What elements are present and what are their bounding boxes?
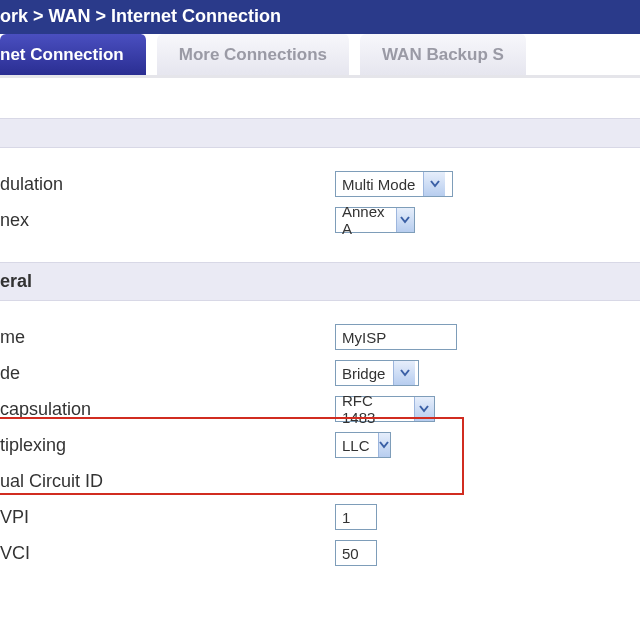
breadcrumb-p1: WAN bbox=[49, 6, 91, 27]
row-annex: nex Annex A bbox=[0, 202, 640, 238]
annex-select[interactable]: Annex A bbox=[335, 207, 415, 233]
breadcrumb-p0: ork bbox=[0, 6, 28, 27]
label-virtual-circuit: ual Circuit ID bbox=[0, 471, 335, 492]
label-name: me bbox=[0, 327, 335, 348]
name-input[interactable] bbox=[335, 324, 457, 350]
label-vci: VCI bbox=[0, 543, 335, 564]
form-area-1: dulation Multi Mode nex Annex A bbox=[0, 148, 640, 238]
mode-select[interactable]: Bridge bbox=[335, 360, 419, 386]
modulation-select[interactable]: Multi Mode bbox=[335, 171, 453, 197]
chevron-down-icon bbox=[414, 397, 435, 421]
tab-internet-connection[interactable]: net Connection bbox=[0, 34, 147, 75]
label-modulation: dulation bbox=[0, 174, 335, 195]
form-area-2: me de Bridge capsulation RFC 1483 bbox=[0, 301, 640, 571]
label-vpi: VPI bbox=[0, 507, 335, 528]
section-header-1 bbox=[0, 118, 640, 148]
tab-label: net Connection bbox=[0, 45, 124, 65]
row-vpi: VPI bbox=[0, 499, 640, 535]
annex-value: Annex A bbox=[336, 203, 396, 237]
label-mode: de bbox=[0, 363, 335, 384]
vci-input[interactable] bbox=[335, 540, 377, 566]
modulation-value: Multi Mode bbox=[336, 176, 423, 193]
encapsulation-select[interactable]: RFC 1483 bbox=[335, 396, 435, 422]
tab-bar: net Connection More Connections WAN Back… bbox=[0, 34, 640, 78]
row-multiplexing: tiplexing LLC bbox=[0, 427, 640, 463]
breadcrumb-p2: Internet Connection bbox=[111, 6, 281, 27]
row-encapsulation: capsulation RFC 1483 bbox=[0, 391, 640, 427]
tab-label: More Connections bbox=[179, 45, 327, 65]
tab-wan-backup[interactable]: WAN Backup S bbox=[360, 34, 527, 75]
label-multiplexing: tiplexing bbox=[0, 435, 335, 456]
chevron-down-icon bbox=[396, 208, 414, 232]
label-annex: nex bbox=[0, 210, 335, 231]
tab-more-connections[interactable]: More Connections bbox=[157, 34, 350, 75]
breadcrumb: ork > WAN > Internet Connection bbox=[0, 0, 640, 34]
breadcrumb-sep2: > bbox=[91, 6, 112, 27]
row-virtual-circuit: ual Circuit ID bbox=[0, 463, 640, 499]
multiplexing-select[interactable]: LLC bbox=[335, 432, 391, 458]
row-modulation: dulation Multi Mode bbox=[0, 166, 640, 202]
multiplexing-value: LLC bbox=[336, 437, 378, 454]
mode-value: Bridge bbox=[336, 365, 393, 382]
chevron-down-icon bbox=[378, 433, 390, 457]
row-mode: de Bridge bbox=[0, 355, 640, 391]
section-title: eral bbox=[0, 271, 32, 291]
breadcrumb-sep: > bbox=[28, 6, 49, 27]
label-encapsulation: capsulation bbox=[0, 399, 335, 420]
row-vci: VCI bbox=[0, 535, 640, 571]
encapsulation-value: RFC 1483 bbox=[336, 392, 414, 426]
section-header-general: eral bbox=[0, 262, 640, 301]
vpi-input[interactable] bbox=[335, 504, 377, 530]
chevron-down-icon bbox=[423, 172, 445, 196]
row-name: me bbox=[0, 319, 640, 355]
chevron-down-icon bbox=[393, 361, 415, 385]
tab-label: WAN Backup S bbox=[382, 45, 504, 65]
